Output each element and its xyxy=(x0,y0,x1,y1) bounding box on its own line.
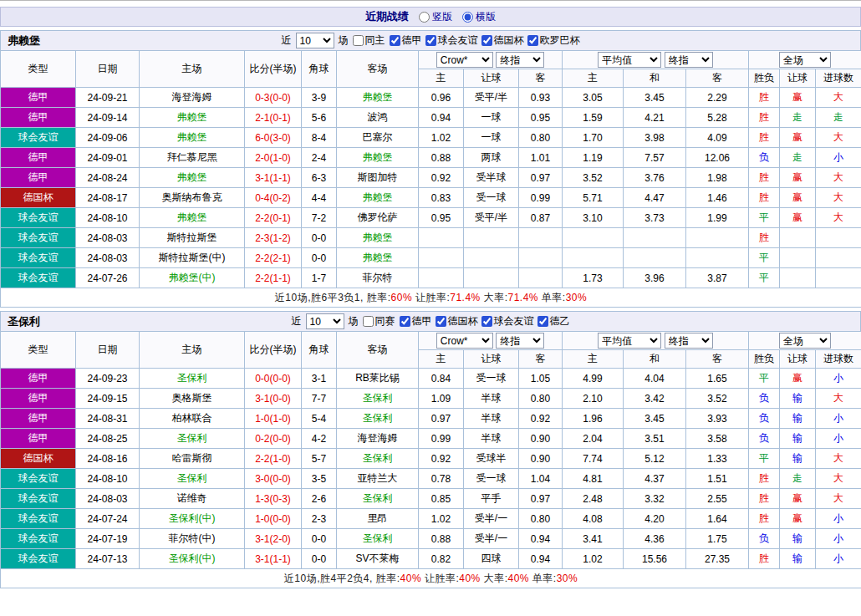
home-team[interactable]: 圣保利(中) xyxy=(140,549,245,569)
league-checkbox[interactable] xyxy=(481,316,492,327)
avg-home-odds: 3.41 xyxy=(563,529,624,549)
away-team[interactable]: 里昂 xyxy=(337,509,419,529)
summary-cell: 近10场,胜4平2负4, 胜率:40% 让胜率:40% 大率:40% 单率:30… xyxy=(1,569,861,588)
away-team[interactable]: 弗赖堡 xyxy=(337,188,419,208)
league-checkbox[interactable] xyxy=(481,35,492,46)
home-team[interactable]: 斯特拉斯堡 xyxy=(140,228,245,248)
league-checkbox[interactable] xyxy=(425,35,436,46)
result-goals: 大 xyxy=(816,128,861,148)
avg-away-odds: 3.52 xyxy=(686,389,749,409)
vertical-radio[interactable] xyxy=(419,12,430,23)
home-team[interactable]: 柏林联合 xyxy=(140,409,245,429)
handicap-home-odds: 0.95 xyxy=(419,208,464,228)
odds-source-select[interactable]: Crow* xyxy=(436,52,493,68)
home-team[interactable]: 海登海姆 xyxy=(140,88,245,108)
league-label: 球会友谊 xyxy=(494,314,534,328)
league-checkbox[interactable] xyxy=(390,35,400,46)
avg-stage-select[interactable]: 终指 xyxy=(665,52,713,68)
league-checkbox[interactable] xyxy=(527,35,538,46)
away-team[interactable]: 圣保利 xyxy=(337,529,419,549)
home-team[interactable]: 诺维奇 xyxy=(140,489,245,509)
home-team[interactable]: 斯特拉斯堡(中) xyxy=(140,248,245,268)
handicap-home-odds: 1.02 xyxy=(419,509,464,529)
col-handicap-result: 让球 xyxy=(780,350,816,369)
home-team[interactable]: 弗赖堡 xyxy=(140,208,245,228)
home-team[interactable]: 圣保利 xyxy=(140,429,245,449)
home-team[interactable]: 哈雷斯彻 xyxy=(140,449,245,469)
away-team[interactable]: RB莱比锡 xyxy=(337,369,419,389)
odds-source-select[interactable]: Crow* xyxy=(436,333,493,349)
league-filter[interactable]: 德国杯 xyxy=(436,314,478,328)
col-handicap-result: 让球 xyxy=(780,69,816,88)
summary-segment: 近10场,胜6平3负1, 胜率: xyxy=(275,292,391,303)
away-team[interactable]: 弗赖堡 xyxy=(337,228,419,248)
avg-source-select[interactable]: 平均值 xyxy=(598,333,661,349)
home-team[interactable]: 奥格斯堡 xyxy=(140,389,245,409)
home-team[interactable]: 弗赖堡 xyxy=(140,128,245,148)
odds-stage-select[interactable]: 终指 xyxy=(496,52,544,68)
scope-select[interactable]: 全场 xyxy=(779,333,831,349)
horizontal-radio[interactable] xyxy=(462,12,473,23)
home-team[interactable]: 弗赖堡(中) xyxy=(140,268,245,288)
match-row: 德甲24-09-15奥格斯堡3-1(0-0)7-7圣保利1.09半球0.802.… xyxy=(1,389,861,409)
league-checkbox[interactable] xyxy=(537,316,548,327)
avg-source-select[interactable]: 平均值 xyxy=(598,52,661,68)
summary-row: 近10场,胜6平3负1, 胜率:60% 让胜率:71.4% 大率:71.4% 单… xyxy=(1,288,861,308)
summary-cell: 近10场,胜6平3负1, 胜率:60% 让胜率:71.4% 大率:71.4% 单… xyxy=(1,288,861,308)
away-team[interactable]: SV不莱梅 xyxy=(337,549,419,569)
away-team[interactable]: 海登海姆 xyxy=(337,429,419,449)
league-filter[interactable]: 德甲 xyxy=(390,33,422,48)
away-team[interactable]: 圣保利 xyxy=(337,489,419,509)
same-competition-checkbox[interactable] xyxy=(363,316,374,327)
away-team[interactable]: 菲尔特 xyxy=(337,268,419,288)
away-team[interactable]: 佛罗伦萨 xyxy=(337,208,419,228)
recent-count-select[interactable]: 10 xyxy=(296,33,334,48)
odds-stage-select[interactable]: 终指 xyxy=(496,333,544,349)
same-home-checkbox[interactable] xyxy=(353,35,364,46)
same-home-filter[interactable]: 同主 xyxy=(353,33,385,48)
away-team[interactable]: 亚特兰大 xyxy=(337,469,419,489)
layout-option-horizontal[interactable]: 横版 xyxy=(462,10,496,24)
home-team[interactable]: 圣保利(中) xyxy=(140,509,245,529)
home-team[interactable]: 弗赖堡 xyxy=(140,168,245,188)
away-team[interactable]: 弗赖堡 xyxy=(337,148,419,168)
home-team[interactable]: 弗赖堡 xyxy=(140,108,245,128)
league-checkbox[interactable] xyxy=(400,316,410,327)
col-odds-away: 客 xyxy=(519,69,563,88)
result-outcome: 胜 xyxy=(749,88,780,108)
away-team[interactable]: 斯图加特 xyxy=(337,168,419,188)
home-team[interactable]: 圣保利 xyxy=(140,369,245,389)
league-filter[interactable]: 欧罗巴杯 xyxy=(527,33,580,48)
avg-away-odds: 4.09 xyxy=(686,128,749,148)
league-label: 德国杯 xyxy=(448,314,478,328)
handicap-home-odds: 0.96 xyxy=(419,88,464,108)
away-team[interactable]: 弗赖堡 xyxy=(337,88,419,108)
handicap-home-odds: 1.09 xyxy=(419,389,464,409)
home-team[interactable]: 圣保利 xyxy=(140,469,245,489)
match-date: 24-09-01 xyxy=(76,148,140,168)
home-team[interactable]: 拜仁慕尼黑 xyxy=(140,148,245,168)
scope-select[interactable]: 全场 xyxy=(779,52,831,68)
away-team[interactable]: 巴塞尔 xyxy=(337,128,419,148)
match-date: 24-07-13 xyxy=(76,549,140,569)
result-outcome: 胜 xyxy=(749,549,780,569)
recent-count-select[interactable]: 10 xyxy=(306,313,344,329)
matches-body: 德甲24-09-23圣保利0-0(0-0)3-1RB莱比锡0.84受一球1.05… xyxy=(1,369,861,569)
league-filter[interactable]: 德国杯 xyxy=(481,33,524,48)
league-filter[interactable]: 德甲 xyxy=(400,314,432,328)
same-competition-filter[interactable]: 同赛 xyxy=(363,314,395,328)
league-filter[interactable]: 球会友谊 xyxy=(425,33,478,48)
league-filter[interactable]: 球会友谊 xyxy=(481,314,534,328)
avg-stage-select[interactable]: 终指 xyxy=(665,333,713,349)
away-team[interactable]: 圣保利 xyxy=(337,409,419,429)
away-team[interactable]: 弗赖堡 xyxy=(337,248,419,268)
away-team[interactable]: 圣保利 xyxy=(337,449,419,469)
away-team[interactable]: 圣保利 xyxy=(337,389,419,409)
away-team[interactable]: 波鸿 xyxy=(337,108,419,128)
league-checkbox[interactable] xyxy=(436,316,446,327)
league-filter[interactable]: 德乙 xyxy=(537,314,570,328)
home-team[interactable]: 奥斯纳布鲁克 xyxy=(140,188,245,208)
layout-option-vertical[interactable]: 竖版 xyxy=(419,10,452,24)
match-row: 德甲24-09-14弗赖堡2-1(0-1)5-6波鸿0.94一球0.951.59… xyxy=(1,108,861,128)
home-team[interactable]: 菲尔特(中) xyxy=(140,529,245,549)
